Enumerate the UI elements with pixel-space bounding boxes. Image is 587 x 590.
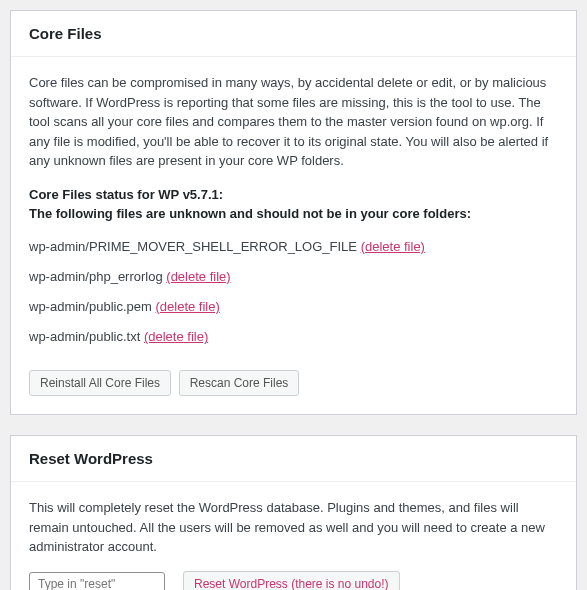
file-path: wp-admin/public.pem	[29, 299, 152, 314]
status-version: Core Files status for WP v5.7.1:	[29, 185, 558, 205]
reset-confirm-input[interactable]	[29, 572, 165, 590]
core-files-title: Core Files	[29, 25, 558, 42]
rescan-core-files-button[interactable]: Rescan Core Files	[179, 370, 300, 396]
reset-row: Reset WordPress (there is no undo!)	[29, 571, 558, 590]
reset-wordpress-description: This will completely reset the WordPress…	[29, 498, 558, 557]
reset-wordpress-header: Reset WordPress	[11, 436, 576, 482]
reset-wordpress-button[interactable]: Reset WordPress (there is no undo!)	[183, 571, 400, 590]
core-files-header: Core Files	[11, 11, 576, 57]
reset-wordpress-body: This will completely reset the WordPress…	[11, 482, 576, 590]
delete-file-link[interactable]: (delete file)	[166, 269, 230, 284]
list-item: wp-admin/public.pem (delete file)	[29, 292, 558, 322]
core-files-description: Core files can be compromised in many wa…	[29, 73, 558, 171]
reset-wordpress-title: Reset WordPress	[29, 450, 558, 467]
reinstall-core-files-button[interactable]: Reinstall All Core Files	[29, 370, 171, 396]
core-files-body: Core files can be compromised in many wa…	[11, 57, 576, 414]
core-files-panel: Core Files Core files can be compromised…	[10, 10, 577, 415]
delete-file-link[interactable]: (delete file)	[144, 329, 208, 344]
file-path: wp-admin/PRIME_MOVER_SHELL_ERROR_LOG_FIL…	[29, 239, 357, 254]
unknown-files-list: wp-admin/PRIME_MOVER_SHELL_ERROR_LOG_FIL…	[29, 232, 558, 353]
delete-file-link[interactable]: (delete file)	[361, 239, 425, 254]
file-path: wp-admin/public.txt	[29, 329, 140, 344]
file-path: wp-admin/php_errorlog	[29, 269, 163, 284]
status-warning: The following files are unknown and shou…	[29, 204, 558, 224]
core-files-status: Core Files status for WP v5.7.1: The fol…	[29, 185, 558, 224]
list-item: wp-admin/PRIME_MOVER_SHELL_ERROR_LOG_FIL…	[29, 232, 558, 262]
list-item: wp-admin/public.txt (delete file)	[29, 322, 558, 352]
list-item: wp-admin/php_errorlog (delete file)	[29, 262, 558, 292]
reset-wordpress-panel: Reset WordPress This will completely res…	[10, 435, 577, 590]
delete-file-link[interactable]: (delete file)	[155, 299, 219, 314]
